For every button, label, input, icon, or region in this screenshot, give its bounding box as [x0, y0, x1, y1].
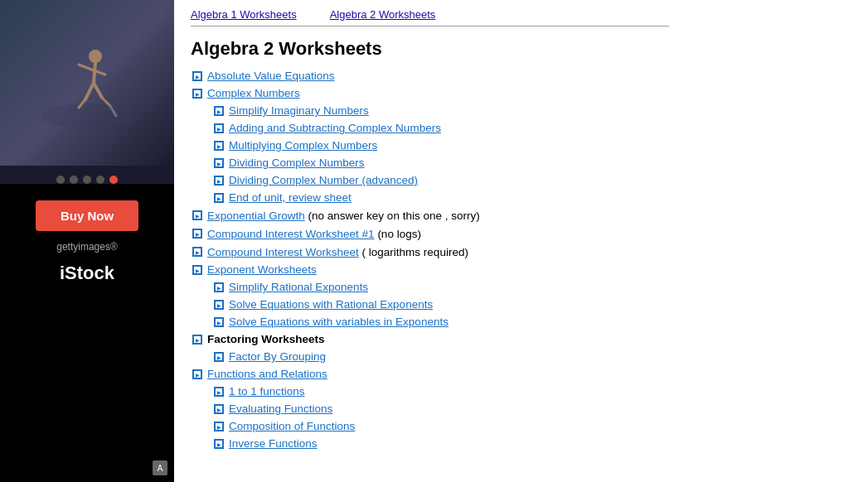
bullet-icon — [214, 387, 224, 397]
svg-line-5 — [85, 83, 94, 99]
absolute-value-link[interactable]: Absolute Value Equations — [207, 70, 335, 82]
list-item: Composition of Functions — [191, 420, 669, 432]
bullet-icon — [214, 422, 224, 431]
bullet-icon — [192, 210, 202, 220]
bullet-icon — [192, 265, 202, 275]
list-item: Compound Interest Worksheet #1 (no logs) — [191, 227, 669, 240]
list-item: End of unit, review sheet — [191, 191, 669, 204]
multiplying-link[interactable]: Multiplying Complex Numbers — [229, 139, 377, 152]
bullet-icon — [214, 141, 224, 151]
list-item: Factor By Grouping — [191, 350, 669, 363]
list-item: Dividing Complex Number (advanced) — [191, 174, 669, 186]
dot-5[interactable] — [109, 176, 118, 184]
algebra1-nav-link[interactable]: Algebra 1 Worksheets — [191, 8, 297, 21]
dividing-link[interactable]: Dividing Complex Numbers — [229, 157, 365, 169]
page-title: Algebra 2 Worksheets — [191, 38, 669, 60]
ad-image — [0, 0, 174, 166]
complex-numbers-link[interactable]: Complex Numbers — [207, 87, 300, 99]
list-item: Functions and Relations — [191, 368, 669, 380]
bullet-icon — [214, 158, 224, 168]
getty-logo: gettyimages® — [56, 241, 118, 253]
functions-relations-link[interactable]: Functions and Relations — [207, 368, 327, 380]
bullet-icon — [214, 176, 224, 186]
svg-line-2 — [94, 63, 95, 83]
compound-interest-link[interactable]: Compound Interest Worksheet — [207, 246, 359, 258]
dot-3[interactable] — [83, 176, 91, 184]
list-item: Simplify Rational Exponents — [191, 281, 669, 293]
bullet-icon — [214, 123, 224, 133]
buy-now-button[interactable]: Buy Now — [36, 200, 138, 231]
istock-logo: iStock — [60, 263, 114, 284]
1-to-1-link[interactable]: 1 to 1 functions — [229, 385, 305, 398]
bullet-icon — [214, 282, 224, 292]
right-panel — [686, 0, 868, 482]
solve-variables-link[interactable]: Solve Equations with variables in Expone… — [229, 316, 449, 328]
list-item: Solve Equations with Rational Exponents — [191, 298, 669, 311]
algebra2-nav-link[interactable]: Algebra 2 Worksheets — [330, 8, 436, 21]
svg-line-6 — [94, 83, 102, 98]
bullet-icon — [214, 193, 224, 203]
end-of-unit-link[interactable]: End of unit, review sheet — [229, 191, 352, 204]
simplify-rational-link[interactable]: Simplify Rational Exponents — [229, 281, 368, 293]
bullet-icon — [214, 106, 224, 116]
bullet-icon — [192, 229, 202, 239]
items-list: Absolute Value Equations Complex Numbers… — [191, 70, 669, 450]
list-item: Exponential Growth (no answer key on thi… — [191, 209, 669, 222]
list-item: Complex Numbers — [191, 87, 669, 99]
runner-icon — [37, 33, 137, 133]
bullet-icon — [214, 317, 224, 327]
bullet-icon — [192, 71, 202, 81]
ad-badge: A — [153, 460, 167, 475]
bullet-icon — [192, 335, 202, 345]
bullet-icon — [214, 352, 224, 362]
svg-point-0 — [41, 104, 133, 128]
list-item: Evaluating Functions — [191, 402, 669, 415]
evaluating-link[interactable]: Evaluating Functions — [229, 402, 332, 415]
bullet-icon — [214, 300, 224, 310]
simplify-imaginary-link[interactable]: Simplify Imaginary Numbers — [229, 104, 369, 117]
list-item: Solve Equations with variables in Expone… — [191, 316, 669, 328]
compound-interest-1-suffix: (no logs) — [375, 228, 421, 240]
solve-rational-link[interactable]: Solve Equations with Rational Exponents — [229, 298, 433, 311]
bullet-icon — [192, 369, 202, 379]
dividing-adv-link[interactable]: Dividing Complex Number (advanced) — [229, 174, 418, 186]
dot-4[interactable] — [96, 176, 104, 184]
bullet-icon — [214, 404, 224, 414]
list-item: Multiplying Complex Numbers — [191, 139, 669, 152]
list-item: Dividing Complex Numbers — [191, 157, 669, 169]
adding-subtracting-link[interactable]: Adding and Subtracting Complex Numbers — [229, 122, 441, 134]
svg-point-1 — [89, 50, 102, 63]
list-item: 1 to 1 functions — [191, 385, 669, 398]
exponent-worksheets-link[interactable]: Exponent Worksheets — [207, 263, 317, 276]
list-item: Factoring Worksheets — [191, 333, 669, 345]
list-item: Simplify Imaginary Numbers — [191, 104, 669, 117]
top-nav: Algebra 1 Worksheets Algebra 2 Worksheet… — [191, 8, 669, 27]
ad-sidebar: Buy Now gettyimages® iStock A — [0, 0, 174, 482]
factor-grouping-link[interactable]: Factor By Grouping — [229, 350, 326, 363]
factoring-header: Factoring Worksheets — [207, 333, 325, 345]
inverse-link[interactable]: Inverse Functions — [229, 437, 318, 450]
compound-interest-1-link[interactable]: Compound Interest Worksheet #1 — [207, 228, 375, 240]
composition-link[interactable]: Composition of Functions — [229, 420, 355, 432]
bullet-icon — [192, 247, 202, 257]
svg-line-3 — [79, 65, 94, 70]
list-item: Compound Interest Worksheet ( logarithms… — [191, 245, 669, 258]
exponential-growth-suffix: (no answer key on this one , sorry) — [305, 210, 480, 222]
dot-2[interactable] — [70, 176, 78, 184]
ad-black-section: Buy Now gettyimages® iStock — [0, 184, 174, 482]
dot-1[interactable] — [56, 176, 65, 184]
bullet-icon — [214, 439, 224, 449]
exponential-growth-link[interactable]: Exponential Growth — [207, 210, 305, 222]
list-item: Inverse Functions — [191, 437, 669, 450]
list-item: Adding and Subtracting Complex Numbers — [191, 122, 669, 134]
bullet-icon — [192, 89, 202, 99]
ad-carousel-dots — [56, 176, 118, 184]
list-item: Exponent Worksheets — [191, 263, 669, 276]
main-content: Algebra 1 Worksheets Algebra 2 Worksheet… — [174, 0, 686, 482]
compound-interest-suffix: ( logarithms required) — [359, 246, 468, 258]
list-item: Absolute Value Equations — [191, 70, 669, 82]
